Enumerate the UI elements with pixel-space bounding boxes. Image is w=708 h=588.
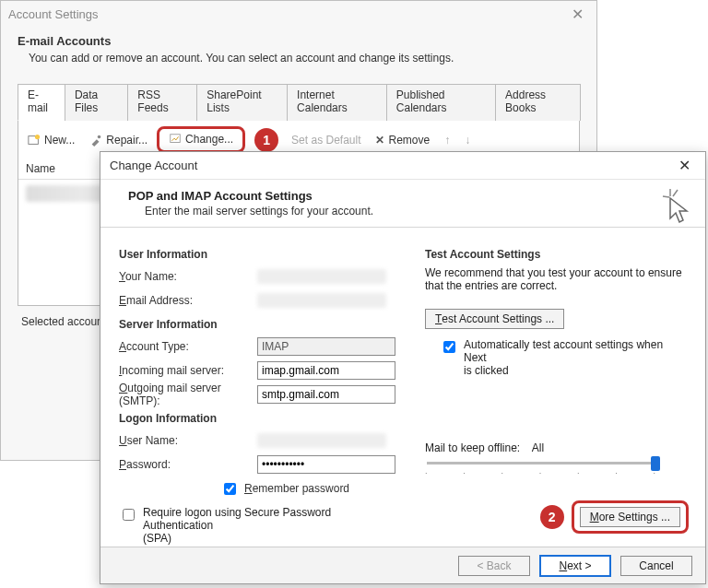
test-account-settings-button[interactable]: Test Account Settings ... xyxy=(425,309,564,329)
new-label: New... xyxy=(44,134,75,147)
remember-password-checkbox[interactable]: Remember password xyxy=(220,480,359,498)
move-up-button: ↑ xyxy=(439,132,455,148)
new-button[interactable]: New... xyxy=(22,132,80,148)
titlebar: Change Account ✕ xyxy=(100,152,705,180)
change-button[interactable]: Change... xyxy=(163,131,239,147)
dialog-header: POP and IMAP Account Settings Enter the … xyxy=(100,180,705,228)
label-outgoing: Outgoing mail server (SMTP): xyxy=(119,382,257,407)
slider-ticks: ······· xyxy=(425,468,655,477)
label-password: Password: xyxy=(119,458,257,471)
tab-address-books[interactable]: Address Books xyxy=(495,84,581,121)
remember-password-input[interactable] xyxy=(224,483,236,495)
mail-keep-slider[interactable] xyxy=(427,462,657,465)
set-default-label: Set as Default xyxy=(291,134,360,147)
right-column: Test Account Settings We recommend that … xyxy=(425,241,687,545)
header-subtitle: Enter the mail server settings for your … xyxy=(145,205,687,218)
change-account-window: Change Account ✕ POP and IMAP Account Se… xyxy=(100,151,706,584)
incoming-server-input[interactable] xyxy=(257,361,395,380)
account-type-select xyxy=(257,337,395,356)
auto-test-label: Automatically test account settings when… xyxy=(464,338,687,377)
more-settings-highlight: More Settings ... xyxy=(572,500,689,534)
email-field[interactable] xyxy=(257,293,386,308)
section-test-settings: Test Account Settings xyxy=(425,248,687,261)
cursor-click-icon xyxy=(661,187,692,224)
window-title: Account Settings xyxy=(8,7,99,21)
dialog-footer: < Back Next > Cancel xyxy=(100,547,705,583)
svg-rect-3 xyxy=(171,135,181,143)
label-account-type: Account Type: xyxy=(119,340,257,353)
close-icon[interactable]: ✕ xyxy=(673,157,696,174)
annotation-badge-1: 1 xyxy=(254,128,278,152)
titlebar: Account Settings ✕ xyxy=(1,1,596,27)
change-label: Change... xyxy=(185,133,233,146)
arrow-up-icon: ↑ xyxy=(444,134,450,147)
repair-label: Repair... xyxy=(106,134,148,147)
tab-published-calendars[interactable]: Published Calendars xyxy=(386,84,496,121)
svg-point-1 xyxy=(35,134,40,138)
section-server-info: Server Information xyxy=(119,318,395,331)
remove-icon: ✕ xyxy=(375,134,384,147)
back-button: < Back xyxy=(458,556,530,576)
left-column: User Information Your Name: Email Addres… xyxy=(119,241,395,545)
tab-sharepoint-lists[interactable]: SharePoint Lists xyxy=(196,84,288,121)
mail-keep-value: All xyxy=(532,441,544,454)
password-input[interactable] xyxy=(257,455,395,474)
window-title: Change Account xyxy=(110,159,197,172)
svg-point-2 xyxy=(98,135,101,138)
outgoing-server-input[interactable] xyxy=(257,385,395,404)
spa-checkbox[interactable]: Require logon using Secure Password Auth… xyxy=(119,506,395,545)
tab-rss-feeds[interactable]: RSS Feeds xyxy=(127,84,197,121)
tab-internet-calendars[interactable]: Internet Calendars xyxy=(287,84,387,121)
move-down-button: ↓ xyxy=(459,132,476,148)
set-default-button: Set as Default xyxy=(282,132,366,148)
mail-keep-label: Mail to keep offline: xyxy=(425,441,520,454)
header-title: POP and IMAP Account Settings xyxy=(128,189,313,203)
email-accounts-subtext: You can add or remove an account. You ca… xyxy=(29,52,580,65)
tabs: E-mail Data Files RSS Feeds SharePoint L… xyxy=(18,83,580,121)
tab-data-files[interactable]: Data Files xyxy=(65,84,128,121)
auto-test-checkbox[interactable]: Automatically test account settings when… xyxy=(440,338,687,377)
change-highlight: Change... xyxy=(157,126,245,153)
repair-button[interactable]: Repair... xyxy=(84,132,153,148)
annotation-badge-2: 2 xyxy=(540,505,564,529)
next-button[interactable]: Next > xyxy=(539,555,611,577)
spa-input[interactable] xyxy=(123,509,135,521)
cancel-button[interactable]: Cancel xyxy=(620,556,692,576)
label-incoming: Incoming mail server: xyxy=(119,364,257,377)
test-settings-text: We recommend that you test your account … xyxy=(425,266,687,292)
change-icon xyxy=(169,133,182,146)
username-input[interactable] xyxy=(257,433,386,448)
close-icon[interactable]: ✕ xyxy=(566,6,589,23)
tab-email[interactable]: E-mail xyxy=(18,84,65,121)
more-settings-button[interactable]: More Settings ... xyxy=(580,507,680,527)
repair-icon xyxy=(89,134,102,147)
auto-test-input[interactable] xyxy=(443,341,455,353)
label-username: User Name: xyxy=(119,434,257,447)
svg-line-5 xyxy=(663,196,669,197)
label-email: Email Address: xyxy=(119,294,257,307)
section-logon-info: Logon Information xyxy=(119,412,395,425)
email-accounts-heading: E-mail Accounts xyxy=(18,34,580,48)
label-your-name: Your Name: xyxy=(119,270,257,283)
remove-label: Remove xyxy=(388,134,430,147)
new-icon xyxy=(28,134,41,147)
arrow-down-icon: ↓ xyxy=(465,134,470,147)
your-name-field[interactable] xyxy=(257,269,386,284)
section-user-info: User Information xyxy=(119,248,395,261)
remember-password-label: Remember password xyxy=(244,482,349,495)
svg-line-6 xyxy=(673,190,678,196)
spa-label: Require logon using Secure Password Auth… xyxy=(143,506,395,545)
remove-button[interactable]: ✕ Remove xyxy=(370,132,435,148)
